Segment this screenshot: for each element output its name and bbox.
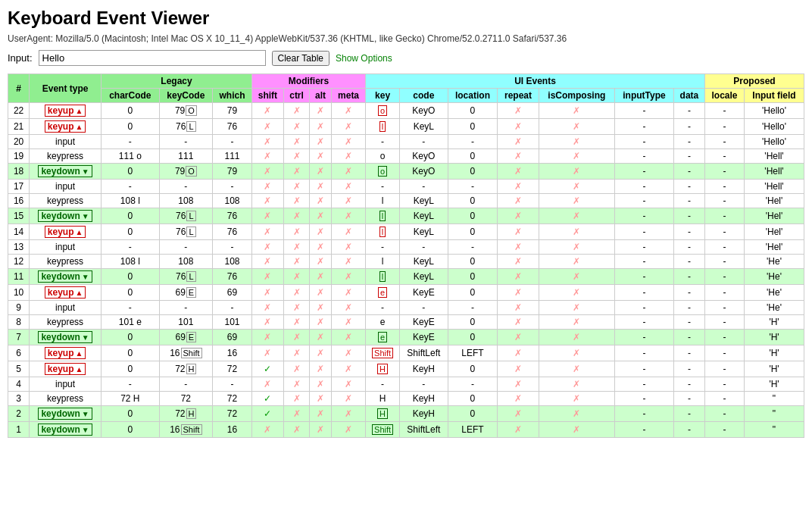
text-input[interactable] [39,50,266,66]
cell-charcode: - [102,135,160,149]
table-row: 19keypress111 o111111✗✗✗✗oKeyO0✗✗---'Hel… [8,149,804,164]
cell-ctrl: ✗ [283,208,309,224]
col-charcode: charCode [102,89,160,103]
cell-iscomposing: ✗ [539,224,614,240]
cell-inputfield: 'Hello' [745,119,804,135]
cell-data: - [673,301,704,315]
cell-locale: - [705,361,745,377]
cell-which: 69 [213,285,252,301]
cell-shift: ✗ [251,119,283,135]
cell-inputfield: 'Hel' [745,194,804,208]
cell-num: 4 [8,377,30,392]
cell-location: 0 [448,164,498,180]
cell-keycode: 69E [159,285,212,301]
cell-keycode: 76L [159,224,212,240]
table-row: 3keypress72 H7272✓✗✗✗HKeyH0✗✗---" [8,392,804,406]
cell-ctrl: ✗ [283,149,309,164]
cell-inputfield: " [745,392,804,406]
cell-inputfield: 'He' [745,285,804,301]
cell-alt: ✗ [310,149,332,164]
cell-location: 0 [448,224,498,240]
cell-locale: - [705,406,745,422]
col-inputfield: Input field [745,89,804,103]
cell-charcode: 0 [102,285,160,301]
cell-data: - [673,194,704,208]
cell-alt: ✗ [310,377,332,392]
cell-repeat: ✗ [498,422,539,438]
cell-meta: ✗ [332,103,366,119]
cell-data: - [673,224,704,240]
cell-ctrl: ✗ [283,194,309,208]
cell-data: - [673,361,704,377]
cell-key: - [366,240,400,255]
cell-shift: ✗ [251,224,283,240]
cell-key: o [366,164,400,180]
cell-which: - [213,135,252,149]
table-row: 14keyup ▲076L76✗✗✗✗lKeyL0✗✗---'Hel' [8,224,804,240]
cell-meta: ✗ [332,194,366,208]
cell-data: - [673,240,704,255]
cell-alt: ✗ [310,285,332,301]
cell-key: - [366,377,400,392]
cell-keycode: - [159,377,212,392]
cell-repeat: ✗ [498,285,539,301]
cell-num: 7 [8,330,30,345]
cell-inputtype: - [615,315,674,330]
cell-inputfield: 'H' [745,361,804,377]
cell-key: Shift [366,345,400,361]
cell-keycode: 111 [159,149,212,164]
cell-shift: ✗ [251,255,283,269]
cell-which: 76 [213,269,252,285]
cell-keycode: - [159,180,212,194]
table-row: 16keypress108 l108108✗✗✗✗lKeyL0✗✗---'Hel… [8,194,804,208]
cell-code: KeyL [400,224,448,240]
cell-iscomposing: ✗ [539,422,614,438]
cell-num: 21 [8,119,30,135]
cell-locale: - [705,135,745,149]
cell-key: Shift [366,422,400,438]
cell-inputfield: 'Hello' [745,135,804,149]
cell-location: 0 [448,315,498,330]
cell-repeat: ✗ [498,330,539,345]
cell-ctrl: ✗ [283,103,309,119]
clear-table-button[interactable]: Clear Table [272,51,329,66]
cell-inputfield: 'Hell' [745,164,804,180]
cell-code: KeyL [400,208,448,224]
cell-charcode: 0 [102,119,160,135]
cell-locale: - [705,180,745,194]
cell-charcode: 0 [102,406,160,422]
cell-shift: ✗ [251,103,283,119]
col-group-modifiers: Modifiers [251,74,365,89]
cell-ctrl: ✗ [283,377,309,392]
cell-ctrl: ✗ [283,330,309,345]
cell-key: l [366,255,400,269]
cell-keycode: - [159,301,212,315]
cell-location: - [448,180,498,194]
cell-meta: ✗ [332,149,366,164]
cell-iscomposing: ✗ [539,194,614,208]
cell-keycode: 108 [159,255,212,269]
cell-location: 0 [448,392,498,406]
cell-num: 15 [8,208,30,224]
table-row: 13input---✗✗✗✗---✗✗---'Hel' [8,240,804,255]
cell-iscomposing: ✗ [539,135,614,149]
cell-code: - [400,180,448,194]
show-options-link[interactable]: Show Options [336,53,392,64]
cell-location: - [448,135,498,149]
cell-data: - [673,135,704,149]
cell-eventtype: keyup ▲ [30,345,102,361]
cell-inputtype: - [615,103,674,119]
cell-alt: ✗ [310,422,332,438]
cell-iscomposing: ✗ [539,269,614,285]
cell-alt: ✗ [310,269,332,285]
cell-ctrl: ✗ [283,345,309,361]
cell-keycode: 101 [159,315,212,330]
cell-code: KeyH [400,406,448,422]
table-row: 12keypress108 l108108✗✗✗✗lKeyL0✗✗---'He' [8,255,804,269]
cell-which: 72 [213,392,252,406]
cell-data: - [673,377,704,392]
cell-meta: ✗ [332,422,366,438]
cell-inputtype: - [615,269,674,285]
cell-which: 69 [213,330,252,345]
cell-alt: ✗ [310,208,332,224]
